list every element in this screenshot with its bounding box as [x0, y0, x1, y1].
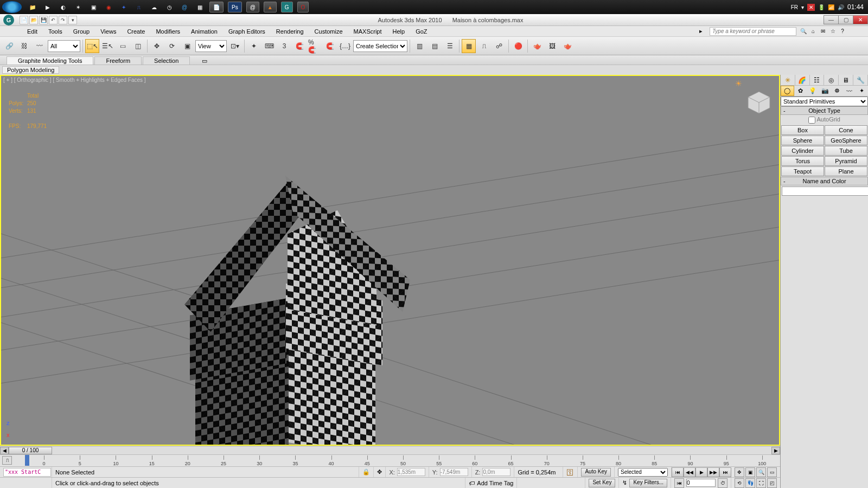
- named-selapps[interactable]: Create Selection Se: [353, 40, 407, 52]
- cat-geometry-icon[interactable]: ◯: [781, 86, 794, 96]
- infocenter-binoculars-icon[interactable]: 🔍: [800, 28, 807, 35]
- qat-redo-icon[interactable]: ↷: [59, 16, 67, 24]
- nav-zoom-region-icon[interactable]: ◰: [767, 478, 777, 488]
- rollout-object-type[interactable]: -Object Type: [781, 106, 868, 115]
- panel-utilities-icon[interactable]: 🔧: [853, 75, 868, 85]
- panel-motion-icon[interactable]: ◎: [824, 75, 839, 85]
- link-icon[interactable]: 🔗: [2, 39, 16, 53]
- align-icon[interactable]: ▤: [427, 39, 442, 53]
- unlink-icon[interactable]: ⛓: [17, 39, 31, 53]
- app-icon[interactable]: G: [3, 15, 14, 25]
- taskbar-lang[interactable]: FR: [791, 4, 798, 10]
- time-slider-thumb[interactable]: 0 / 100: [9, 447, 52, 454]
- render-production-icon[interactable]: 🫖: [560, 39, 575, 53]
- taskbar-app-icon[interactable]: ✦: [118, 2, 129, 12]
- menu-goz[interactable]: GoZ: [410, 27, 432, 36]
- taskbar-app-icon[interactable]: ◷: [164, 2, 175, 12]
- menu-help[interactable]: Help: [387, 27, 411, 36]
- scene-object-house[interactable]: [180, 174, 397, 446]
- menu-tools[interactable]: Tools: [43, 27, 68, 36]
- infocenter-search[interactable]: [710, 27, 796, 36]
- select-by-name-icon[interactable]: ☰↖: [100, 39, 114, 53]
- ribbon-polygon-modeling[interactable]: Polygon Modeling: [2, 66, 59, 74]
- cat-spacewarps-icon[interactable]: 〰: [844, 86, 856, 96]
- time-config-icon[interactable]: ⏱: [718, 478, 727, 488]
- autogrid-checkbox[interactable]: [808, 117, 815, 124]
- prev-frame-icon[interactable]: ◀◀: [684, 467, 695, 477]
- prim-geosphere[interactable]: GeoSphere: [825, 136, 867, 145]
- viewport-label[interactable]: [ + ] [ Orthographic ] [ Smooth + Highli…: [3, 77, 146, 83]
- window-crossing-icon[interactable]: ◫: [131, 39, 145, 53]
- edit-named-sel-icon[interactable]: {…}: [338, 39, 352, 53]
- taskbar-vlc-icon[interactable]: ▲: [264, 2, 277, 12]
- taskbar-opera-icon[interactable]: O: [297, 2, 309, 12]
- steering-wheel-icon[interactable]: ☀: [735, 79, 742, 88]
- tray-volume-icon[interactable]: 🔊: [838, 4, 844, 10]
- menu-maxscript[interactable]: MAXScript: [348, 27, 387, 36]
- panel-display-icon[interactable]: 🖥: [839, 75, 853, 85]
- key-filter-select[interactable]: Selected: [618, 468, 668, 477]
- viewcube[interactable]: [745, 89, 773, 116]
- cat-lights-icon[interactable]: 💡: [806, 86, 819, 96]
- prim-box[interactable]: Box: [781, 125, 824, 135]
- menu-group[interactable]: Group: [68, 27, 95, 36]
- viewport-perspective[interactable]: [ + ] [ Orthographic ] [ Smooth + Highli…: [0, 75, 780, 446]
- infocenter-favorites-icon[interactable]: ☆: [829, 28, 837, 35]
- taskbar-app-icon[interactable]: @: [179, 2, 190, 12]
- taskbar-app-icon[interactable]: ▦: [194, 2, 205, 12]
- coord-y-input[interactable]: [440, 468, 468, 476]
- prim-teapot[interactable]: Teapot: [781, 166, 824, 176]
- nav-fov-icon[interactable]: ▭: [767, 467, 777, 477]
- qat-save-icon[interactable]: 💾: [39, 16, 48, 24]
- prim-plane[interactable]: Plane: [825, 166, 867, 176]
- ribbon-tab-freeform[interactable]: Freeform: [94, 56, 142, 65]
- taskbar-notepad-icon[interactable]: 📄: [209, 2, 224, 12]
- cat-shapes-icon[interactable]: ✿: [794, 86, 807, 96]
- tray-network-icon[interactable]: 📶: [828, 4, 834, 10]
- scale-icon[interactable]: ▣: [180, 39, 194, 53]
- key-icon[interactable]: ⚿: [566, 468, 574, 477]
- scroll-right-icon[interactable]: ▶: [771, 447, 780, 454]
- qat-new-icon[interactable]: 📄: [20, 16, 28, 24]
- taskbar-clock[interactable]: 01:44: [847, 3, 864, 11]
- minimize-button[interactable]: —: [824, 15, 839, 24]
- scroll-left-icon[interactable]: ◀: [0, 447, 9, 454]
- menu-rendering[interactable]: Rendering: [271, 27, 309, 36]
- menu-modifiers[interactable]: Modifiers: [150, 27, 186, 36]
- coord-x-input[interactable]: [397, 468, 425, 476]
- ribbon-collapse-icon[interactable]: ▭: [202, 57, 207, 65]
- render-setup-icon[interactable]: 🫖: [530, 39, 544, 53]
- nav-maximize-viewport-icon[interactable]: ⛶: [756, 478, 766, 488]
- keyboard-shortcut-icon[interactable]: ⌨: [262, 39, 276, 53]
- prim-cone[interactable]: Cone: [825, 125, 867, 135]
- set-key-button[interactable]: Set Key: [589, 479, 615, 487]
- taskbar-browser-icon[interactable]: @: [246, 2, 259, 12]
- key-mode-prev-icon[interactable]: ⏮: [674, 478, 684, 488]
- menu-animation[interactable]: Animation: [186, 27, 223, 36]
- nav-orbit-icon[interactable]: ⟲: [735, 478, 744, 488]
- ribbon-tab-selection[interactable]: Selection: [143, 56, 190, 65]
- play-icon[interactable]: ▶: [695, 467, 707, 477]
- menu-edit[interactable]: Edit: [22, 27, 43, 36]
- taskbar-photoshop-icon[interactable]: Ps: [228, 2, 242, 12]
- nav-zoom-icon[interactable]: 🔍: [756, 467, 766, 477]
- goto-end-icon[interactable]: ⏭: [719, 467, 731, 477]
- lock-selection-icon[interactable]: 🔒: [362, 468, 370, 476]
- rollout-name-color[interactable]: -Name and Color: [781, 177, 868, 185]
- taskbar-app-icon[interactable]: ◉: [103, 2, 114, 12]
- goto-start-icon[interactable]: ⏮: [672, 467, 684, 477]
- taskbar-media-icon[interactable]: ▶: [42, 2, 53, 12]
- mirror-icon[interactable]: ▥: [412, 39, 426, 53]
- maxscript-mini-listener[interactable]: [3, 468, 51, 477]
- percent-snap-icon[interactable]: %🧲: [308, 39, 322, 53]
- curve-editor-icon[interactable]: ⎍: [477, 39, 491, 53]
- material-editor-icon[interactable]: 🔴: [511, 39, 525, 53]
- taskbar-3dsmax-icon[interactable]: G: [281, 2, 293, 12]
- prim-torus[interactable]: Torus: [781, 156, 824, 166]
- bind-spacewarp-icon[interactable]: 〰: [33, 39, 47, 53]
- current-frame-input[interactable]: [686, 479, 716, 487]
- nav-pan-icon[interactable]: ✥: [735, 467, 744, 477]
- key-filters-button[interactable]: Key Filters...: [629, 479, 667, 487]
- ribbon-tab-graphite[interactable]: Graphite Modeling Tools: [7, 56, 93, 65]
- panel-hierarchy-icon[interactable]: ☷: [810, 75, 825, 85]
